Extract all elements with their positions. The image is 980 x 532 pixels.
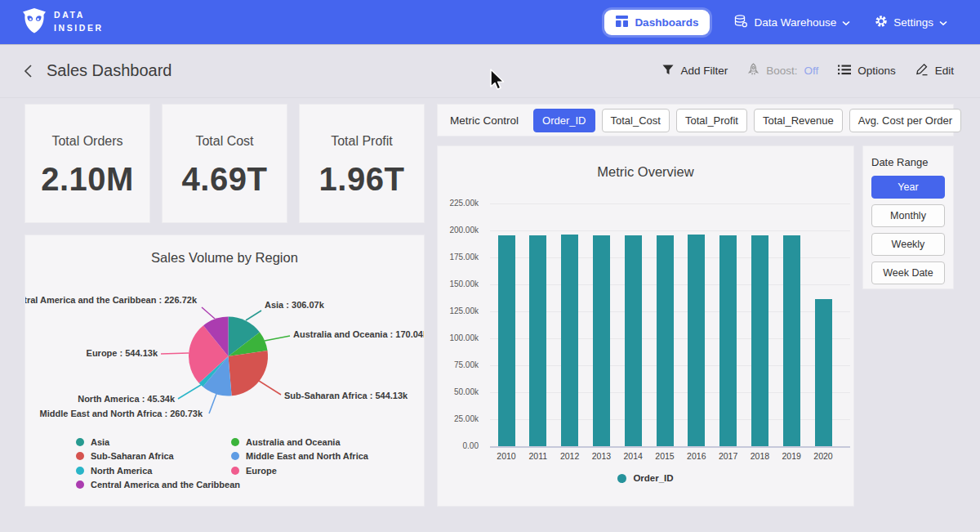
date-range-monthly[interactable]: Monthly [871,204,945,227]
pie-legend-item-australia-and-oceania[interactable]: Australia and Oceania [231,435,368,449]
x-axis-tick-label: 2015 [648,451,681,461]
y-axis-tick-label: 100.00k [439,333,479,343]
pie-legend-item-sub-saharan-africa[interactable]: Sub-Saharan Africa [76,449,240,464]
nav-settings[interactable]: Settings [875,15,947,30]
bar-chart-panel: Metric Overview 225.00k200.00k175.00k150… [437,145,854,507]
pie-legend-dot [76,452,84,460]
pie-legend-item-europe[interactable]: Europe [231,463,368,478]
kpi-value: 2.10M [41,161,134,198]
bar-2020[interactable] [815,299,832,446]
pie-legend-dot [76,467,84,475]
boost-toggle[interactable]: Boost: Off [747,63,818,78]
boost-status: Off [804,65,818,77]
pie-leader-line [259,381,281,395]
x-axis-tick-label: 2012 [554,451,586,461]
metric-chip-total-cost[interactable]: Total_Cost [602,109,670,132]
bar-2016[interactable] [688,235,705,446]
pie-leader-line [246,311,261,320]
date-range-year[interactable]: Year [871,176,945,199]
pie-slice-label: Europe : 544.13k [87,348,158,358]
kpi-label: Total Profit [331,134,393,149]
pie-legend-label: North America [91,466,152,476]
gridline [490,446,850,448]
metric-control-bar: Metric Control Order_IDTotal_CostTotal_P… [437,104,954,136]
pie-slice-label: North America : 45.34k [78,394,176,404]
nav-data-warehouse[interactable]: Data Warehouse [734,15,850,30]
options-list-icon [838,65,851,78]
metric-chip-total-profit[interactable]: Total_Profit [676,109,747,132]
pie-legend-dot [231,452,239,460]
metric-chip-total-revenue[interactable]: Total_Revenue [754,109,843,132]
y-axis-tick-label: 50.00k [439,387,479,397]
chevron-down-icon [939,16,947,29]
pencil-icon [915,63,929,78]
metric-chip-avg-cost-per-order[interactable]: Avg. Cost per Order [849,109,961,132]
pie-leader-line [202,307,215,319]
dashboards-icon [616,16,628,29]
bar-2011[interactable] [529,235,546,446]
bar-chart-plot: 225.00k200.00k175.00k150.00k125.00k100.0… [438,146,853,506]
bar-2019[interactable] [783,235,800,446]
pie-legend-dot [76,438,84,446]
pie-legend-label: Middle East and North Africa [246,451,368,461]
date-range-week-date[interactable]: Week Date [871,262,945,284]
bar-2012[interactable] [561,235,578,446]
owl-logo-icon [22,7,47,38]
kpi-row: Total Orders 2.10M Total Cost 4.69T Tota… [24,104,425,223]
y-axis-tick-label: 200.00k [439,226,479,235]
options-button[interactable]: Options [838,65,896,78]
pie-legend-item-central-america-and-the-caribbean[interactable]: Central America and the Caribbean [76,478,240,493]
bar-2017[interactable] [719,235,737,446]
x-axis-tick-label: 2016 [680,451,713,461]
pie-slice-label: Australia and Oceania : 170.04k [293,329,424,339]
bar-2010[interactable] [498,235,515,446]
date-range-weekly[interactable]: Weekly [871,233,945,256]
pie-slice-sub-saharan-africa[interactable] [229,351,269,396]
brand: DATA INSIDER [22,7,104,38]
bar-2015[interactable] [657,235,674,446]
bar-2018[interactable] [751,235,768,446]
add-filter-button[interactable]: Add Filter [662,65,728,78]
legend-dot [617,474,626,483]
header-actions: Add Filter Boost: Off [662,63,954,78]
top-nav: DATA INSIDER Dashboards [0,0,980,44]
gear-icon [875,15,888,30]
y-axis-tick-label: 75.00k [439,360,479,370]
nav-dashboards-button[interactable]: Dashboards [604,10,710,35]
y-axis-tick-label: 0.00 [439,441,479,451]
pie-legend-dot [76,481,84,489]
pie-legend-item-asia[interactable]: Asia [76,435,240,449]
date-range-label: Date Range [871,156,945,168]
bar-2014[interactable] [625,235,642,446]
bar-2013[interactable] [593,235,610,446]
pie-legend-item-middle-east-and-north-africa[interactable]: Middle East and North Africa [231,449,368,464]
metric-control-buttons: Order_IDTotal_CostTotal_ProfitTotal_Reve… [533,109,961,132]
pie-leader-line [178,385,201,399]
page-header: Sales Dashboard Add Filter Boost: Off [0,44,980,98]
pie-legend-item-north-america[interactable]: North America [76,463,240,478]
metric-control-label: Metric Control [450,114,519,127]
x-axis-tick-label: 2020 [807,451,840,461]
nav-actions: Dashboards Data Warehouse [604,10,947,35]
pie-legend-label: Australia and Oceania [246,437,341,447]
pie-leader-line [209,394,216,414]
gridline [490,203,850,204]
x-axis-tick-label: 2010 [490,451,523,461]
kpi-label: Total Cost [195,134,253,149]
y-axis-tick-label: 225.00k [439,199,479,208]
pie-legend-dot [231,467,239,475]
edit-button[interactable]: Edit [915,63,954,78]
pie-legend-label: Europe [246,466,277,476]
bar-chart-legend[interactable]: Order_ID [438,473,853,483]
kpi-card-total-profit: Total Profit 1.96T [299,104,425,223]
x-axis-tick-label: 2011 [522,451,555,461]
gridline [490,230,850,231]
pie-slice-label: Central America and the Caribbean : 226.… [25,295,198,305]
x-axis-tick-label: 2019 [775,451,808,461]
pie-leader-line [161,353,189,354]
pie-chart-card: Sales Volume by Region Asia : 306.07kAus… [24,235,425,507]
pie-legend-column-2: Australia and OceaniaMiddle East and Nor… [231,435,368,478]
x-axis-tick-label: 2013 [585,451,617,461]
metric-chip-order-id[interactable]: Order_ID [533,109,595,132]
back-button[interactable] [23,64,33,78]
